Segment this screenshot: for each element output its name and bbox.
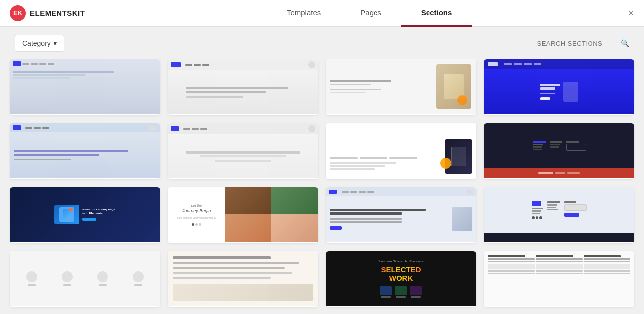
chevron-down-icon: ▾	[54, 39, 57, 47]
card-thumb-womens	[10, 251, 160, 306]
search-icon[interactable]: 🔍	[621, 39, 630, 47]
logo-text: ELEMENTSKIT	[30, 9, 85, 17]
section-card-selected-work[interactable]: Journey Towards Success SELECTEDWORK	[326, 251, 476, 307]
nav-tabs: Templates Pages Sections	[105, 0, 634, 27]
search-input[interactable]	[537, 40, 617, 47]
logo-area: EK ELEMENTSKIT	[10, 5, 85, 21]
card-label-header-s1: Header - Section 1	[10, 114, 160, 115]
card-label-selected-work: Selected Work	[326, 306, 476, 307]
tab-templates[interactable]: Templates	[267, 0, 340, 27]
section-card-image-beauty[interactable]: Let theJourney Begin Start planning your…	[168, 187, 318, 243]
section-card-header-s4[interactable]: Header – Section 4	[484, 59, 634, 115]
section-card-texture[interactable]: Texture Lab	[484, 251, 634, 307]
card-label-cta-s19: Call To Action – Section 19	[10, 242, 160, 243]
card-thumb-cta: Beautiful Landing Pagewith Elements	[10, 187, 160, 242]
card-thumb-beauty: Let theJourney Begin Start planning your…	[168, 187, 318, 242]
section-card-footer-s2[interactable]: Mega Menu - Computer Office Security	[484, 123, 634, 179]
card-label-footer-s1: Footer - Section 1	[484, 242, 634, 243]
card-label-header-s4: Header – Section 4	[484, 114, 634, 115]
card-label-header-s2: Header – Section 2	[326, 242, 476, 243]
section-card-header-s2[interactable]: Header – Section 2	[326, 187, 476, 243]
section-card-mega-womens[interactable]: Mega Menu – Womens Fashion	[10, 251, 160, 307]
section-card-header-s1[interactable]: Header - Section 1	[10, 59, 160, 115]
card-label-image-beauty: Image Accordion - Beauty	[168, 242, 318, 243]
card-thumb-header5	[168, 59, 318, 114]
card-label-texture: Texture Lab	[484, 306, 634, 307]
section-card-mega-computer[interactable]: Footer – Section 2	[326, 123, 476, 179]
top-navigation: EK ELEMENTSKIT Templates Pages Sections …	[0, 0, 644, 27]
section-card-header-s5[interactable]: Header – Section 5	[168, 59, 318, 115]
card-label-footer-s2: Mega Menu - Computer Office Security	[484, 178, 634, 179]
section-card-header-s3[interactable]: Header – Section 3	[168, 123, 318, 179]
search-area: 🔍	[537, 39, 630, 47]
filter-bar: Category ▾ 🔍	[0, 27, 644, 59]
section-card-cta-s19[interactable]: Beautiful Landing Pagewith Elements Call…	[10, 187, 160, 243]
card-thumb-header1	[10, 59, 160, 114]
section-card-mega-mens[interactable]: Mega Menu – Mens Fashion	[326, 59, 476, 115]
section-card-header-s6[interactable]: Header – Section 6	[10, 123, 160, 179]
card-thumb-header3	[168, 123, 318, 178]
card-thumb-imagebox	[168, 251, 318, 306]
card-label-header-s6: Header – Section 6	[10, 178, 160, 179]
section-card-footer-s1[interactable]: Footer - Section 1	[484, 187, 634, 243]
card-thumb-header2	[326, 187, 476, 242]
card-thumb-mens	[326, 59, 476, 114]
section-card-imagebox[interactable]: Image box content slide down	[168, 251, 318, 307]
sections-grid: Header - Section 1	[0, 59, 644, 314]
card-thumb-texture	[484, 251, 634, 306]
card-thumb-header4	[484, 59, 634, 114]
card-thumb-selected: Journey Towards Success SELECTEDWORK	[326, 251, 476, 306]
card-thumb-header6	[10, 123, 160, 178]
card-label-header-s5: Header – Section 5	[168, 114, 318, 115]
card-label-imagebox: Image box content slide down	[168, 306, 318, 307]
card-label-mega-computer: Footer – Section 2	[326, 178, 476, 179]
close-button[interactable]: ×	[628, 7, 634, 20]
category-dropdown[interactable]: Category ▾	[15, 35, 64, 52]
card-thumb-footer2	[484, 123, 634, 178]
card-label-mega-womens: Mega Menu – Womens Fashion	[10, 306, 160, 307]
logo-icon: EK	[10, 5, 26, 21]
tab-sections[interactable]: Sections	[401, 0, 472, 27]
tab-pages[interactable]: Pages	[340, 0, 401, 27]
card-label-mega-mens: Mega Menu – Mens Fashion	[326, 114, 476, 115]
card-thumb-footer1	[484, 187, 634, 242]
card-thumb-computer	[326, 123, 476, 178]
card-label-header-s3: Header – Section 3	[168, 178, 318, 179]
